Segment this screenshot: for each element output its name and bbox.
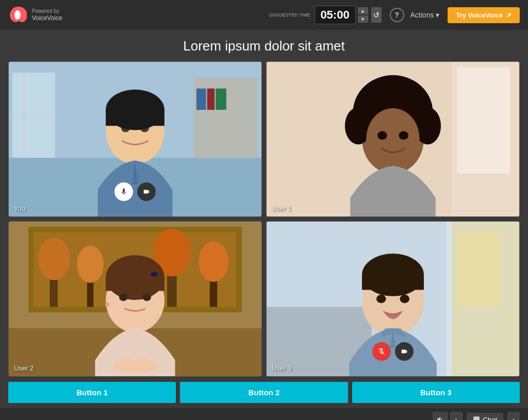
chat-button[interactable]: Chat — [467, 413, 503, 420]
cam-button-user3[interactable] — [395, 342, 414, 361]
svg-rect-40 — [151, 272, 157, 276]
svg-point-29 — [38, 238, 70, 280]
timer-display: 05:00 — [315, 6, 356, 24]
powered-by-section: Powered by VoiceVoice — [32, 8, 62, 22]
timer-increment-button[interactable]: ▲ — [358, 7, 368, 14]
powered-by-text: Powered by — [32, 8, 62, 14]
cam-icon-you — [143, 188, 150, 195]
mic-button-user3[interactable] — [372, 342, 391, 361]
svg-rect-3 — [12, 73, 55, 158]
actions-button[interactable]: Actions ▾ — [410, 11, 440, 19]
actions-label: Actions — [410, 11, 434, 19]
voicevoice-brand-text: VoiceVoice — [32, 14, 62, 22]
action-buttons-row: Button 1 Button 2 Button 3 — [8, 377, 520, 408]
svg-point-31 — [77, 246, 104, 283]
timer-controls: ▲ ▼ — [358, 7, 368, 23]
svg-rect-12 — [106, 110, 164, 126]
chat-icon — [473, 416, 480, 420]
cam-icon-user3 — [401, 348, 408, 355]
svg-point-44 — [130, 358, 157, 373]
video-cell-user1: User 1 — [266, 61, 520, 217]
video-cell-user3: User 3 — [266, 221, 520, 377]
svg-point-54 — [376, 295, 386, 304]
person-avatar-user2 — [9, 222, 261, 376]
help-button[interactable]: ? — [390, 8, 404, 22]
mic-icon-you — [120, 188, 127, 195]
chat-chevron-button[interactable]: ▲ — [507, 412, 520, 420]
svg-point-22 — [366, 108, 419, 170]
airbnb-logo-icon — [8, 6, 27, 24]
user-label-user2: User 2 — [14, 364, 34, 372]
actions-chevron-icon: ▾ — [436, 11, 439, 19]
timer-section: SUGGESTED TIME 05:00 ▲ ▼ ↺ — [269, 6, 381, 24]
video-background-user1 — [267, 62, 519, 216]
chat-label: Chat — [483, 416, 497, 420]
footer: ▲ Chat ▲ — [0, 408, 528, 420]
mic-button-you[interactable] — [114, 182, 133, 201]
action-button-3[interactable]: Button 3 — [352, 382, 520, 403]
svg-rect-4 — [23, 73, 25, 158]
try-voicevoice-label: Try VoiceVoice — [456, 11, 503, 19]
video-cell-you: You — [8, 61, 262, 217]
svg-rect-17 — [457, 67, 510, 174]
cam-button-you[interactable] — [137, 182, 156, 201]
svg-point-35 — [199, 241, 228, 282]
svg-point-0 — [14, 10, 21, 20]
person-avatar-user1 — [267, 62, 519, 216]
user-label-user3: User 3 — [272, 364, 291, 372]
svg-rect-48 — [457, 232, 500, 307]
svg-point-14 — [140, 125, 149, 132]
svg-rect-39 — [106, 278, 164, 291]
user-label-you: You — [14, 205, 25, 212]
header: Powered by VoiceVoice SUGGESTED TIME 05:… — [0, 0, 528, 30]
svg-rect-8 — [207, 89, 214, 110]
volume-icon-button[interactable] — [433, 412, 448, 420]
timer-decrement-button[interactable]: ▼ — [358, 15, 368, 23]
volume-icon — [436, 415, 444, 420]
svg-point-13 — [121, 125, 130, 132]
volume-control: ▲ — [433, 412, 463, 420]
svg-point-23 — [377, 131, 387, 140]
timer-refresh-button[interactable]: ↺ — [371, 7, 382, 23]
media-controls-user3 — [372, 342, 414, 361]
external-link-icon: ↗ — [506, 11, 512, 19]
video-cell-user2: User 2 — [8, 221, 262, 377]
action-button-1[interactable]: Button 1 — [8, 382, 176, 403]
video-background-user2 — [9, 222, 261, 376]
logo-area: Powered by VoiceVoice — [8, 6, 62, 24]
svg-point-24 — [399, 131, 408, 140]
action-button-2[interactable]: Button 2 — [180, 382, 348, 403]
video-grid: You — [8, 61, 520, 377]
user-label-user1: User 1 — [272, 205, 291, 212]
session-title: Lorem ipsum dolor sit amet — [8, 38, 520, 54]
svg-point-45 — [105, 302, 109, 306]
svg-point-42 — [142, 294, 151, 301]
svg-rect-7 — [196, 89, 206, 110]
svg-point-55 — [400, 295, 409, 304]
svg-rect-9 — [216, 89, 226, 110]
main-content: Lorem ipsum dolor sit amet — [0, 30, 528, 408]
media-controls-you — [114, 182, 156, 201]
mic-muted-icon-user3 — [378, 348, 385, 355]
svg-rect-53 — [362, 275, 424, 290]
suggested-time-label: SUGGESTED TIME — [269, 12, 310, 18]
try-voicevoice-button[interactable]: Try VoiceVoice ↗ — [448, 7, 520, 23]
svg-rect-5 — [12, 115, 55, 117]
svg-point-41 — [119, 294, 128, 301]
volume-chevron-button[interactable]: ▲ — [450, 412, 463, 420]
